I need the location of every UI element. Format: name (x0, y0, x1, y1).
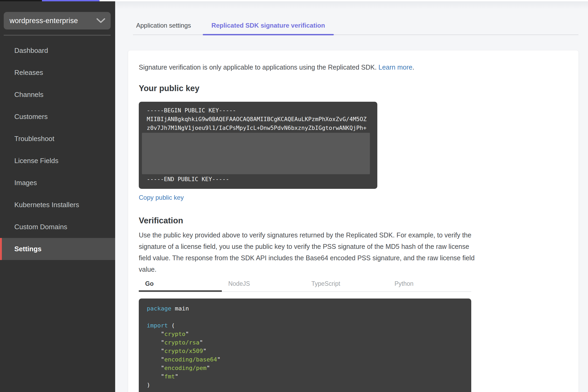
learn-more-link[interactable]: Learn more (378, 63, 412, 71)
sidebar-item-dashboard[interactable]: Dashboard (0, 40, 115, 62)
sidebar-item-custom-domains[interactable]: Custom Domains (0, 216, 115, 238)
public-key-lines: -----BEGIN PUBLIC KEY-----MIIBIjANBgkqhk… (147, 106, 369, 132)
public-key-line: z0v7Jh7M1NgV1joeu9l1/IaCPsMpyIcL+Dnw5Pdv… (147, 123, 369, 132)
intro-sentence: Signature verification is only applicabl… (139, 63, 377, 71)
copy-public-key-link[interactable]: Copy public key (139, 194, 184, 202)
sidebar-item-releases[interactable]: Releases (0, 62, 115, 84)
sidebar-divider (4, 35, 111, 36)
go-code-lines: package mainimport ( "crypto" "crypto/rs… (147, 304, 463, 389)
intro-period: . (412, 63, 414, 71)
code-line (147, 313, 463, 321)
top-strip-accent-segment (42, 0, 100, 1)
code-tab-go[interactable]: Go (139, 280, 222, 291)
code-line: "encoding/pem" (147, 364, 463, 372)
code-line: package main (147, 304, 463, 313)
code-line: ) (147, 381, 463, 389)
code-language-tabs: GoNodeJSTypeScriptPython (139, 280, 471, 292)
tab-replicated-sdk-signature-verification[interactable]: Replicated SDK signature verification (203, 22, 334, 35)
code-line: "fmt" (147, 372, 463, 381)
public-key-heading: Your public key (139, 83, 568, 93)
chevron-down-icon (96, 18, 105, 23)
tab-application-settings[interactable]: Application settings (133, 22, 194, 35)
app-selector-value: wordpress-enterprise (10, 17, 78, 25)
browser-top-strip (0, 0, 588, 1)
sidebar-nav: DashboardReleasesChannelsCustomersTroubl… (0, 40, 115, 260)
sidebar-item-customers[interactable]: Customers (0, 106, 115, 128)
settings-tabs: Application settingsReplicated SDK signa… (133, 1, 578, 35)
code-line: "crypto/rsa" (147, 338, 463, 347)
sidebar-item-kubernetes-installers[interactable]: Kubernetes Installers (0, 194, 115, 216)
public-key-line: -----BEGIN PUBLIC KEY----- (147, 106, 369, 115)
sidebar-item-channels[interactable]: Channels (0, 84, 115, 106)
code-line: "crypto/x509" (147, 347, 463, 355)
code-line: "crypto" (147, 330, 463, 338)
code-line: "encoding/base64" (147, 355, 463, 364)
code-line: import ( (147, 321, 463, 330)
sidebar-item-license-fields[interactable]: License Fields (0, 150, 115, 172)
code-tab-typescript[interactable]: TypeScript (305, 280, 388, 291)
go-code-block: package mainimport ( "crypto" "crypto/rs… (139, 299, 471, 392)
verification-description: Use the public key provided above to ver… (139, 229, 476, 275)
top-strip-dark-segment (0, 0, 42, 1)
redacted-key-region (142, 133, 370, 174)
sidebar-item-troubleshoot[interactable]: Troubleshoot (0, 128, 115, 150)
code-tab-python[interactable]: Python (388, 280, 471, 291)
verification-heading: Verification (139, 216, 568, 226)
public-key-end-line: -----END PUBLIC KEY----- (147, 175, 369, 184)
code-tab-nodejs[interactable]: NodeJS (222, 280, 305, 291)
public-key-line: MIIBIjANBgkqhkiG9w0BAQEFAAOCAQ8AMIIBCgKC… (147, 115, 369, 123)
app-selector-dropdown[interactable]: wordpress-enterprise (4, 12, 111, 29)
sidebar-item-images[interactable]: Images (0, 172, 115, 194)
intro-text: Signature verification is only applicabl… (139, 62, 568, 73)
sidebar: wordpress-enterprise DashboardReleasesCh… (0, 1, 115, 392)
public-key-block: -----BEGIN PUBLIC KEY-----MIIBIjANBgkqhk… (139, 102, 377, 189)
main-content: Application settingsReplicated SDK signa… (115, 1, 588, 392)
sidebar-item-settings[interactable]: Settings (0, 238, 115, 260)
sdk-verification-card: Signature verification is only applicabl… (128, 50, 578, 392)
